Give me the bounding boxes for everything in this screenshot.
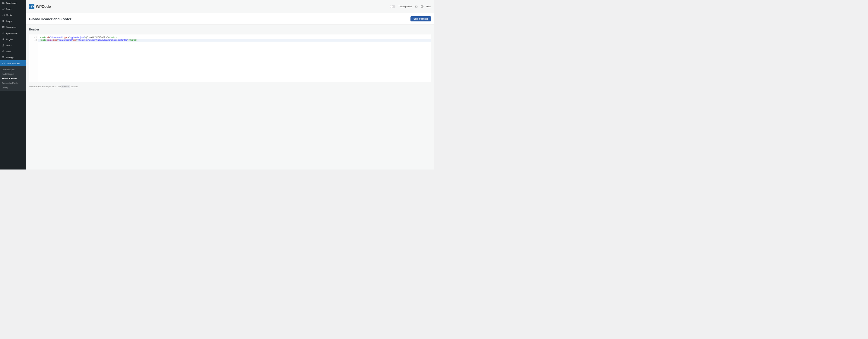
sliders-icon [2,56,5,59]
svg-point-3 [4,57,4,58]
svg-point-0 [2,15,3,16]
sidebar-item-posts[interactable]: Posts [0,6,26,12]
submenu-conversion-pixels[interactable]: Conversion Pixels [0,81,26,85]
sidebar-item-label: Media [6,14,12,16]
wpcode-logo: </> WPCode [29,4,51,9]
help-link[interactable]: Help [427,5,431,7]
sidebar-item-label: Appearance [6,32,18,34]
plugin-topbar: </> WPCode Testing Mode ? Help [26,0,434,13]
admin-sidebar: Dashboard Posts Media Pages Comments App… [0,0,26,170]
submenu-header-footer[interactable]: Header & Footer [0,76,26,81]
page-header: Global Header and Footer Save Changes [26,13,434,25]
code-icon [2,62,5,65]
sidebar-item-label: Comments [6,26,16,28]
sidebar-item-label: Tools [6,50,11,53]
testing-mode-toggle[interactable] [390,5,395,8]
header-code-editor[interactable]: ▾1 ▾2 <script id="citewayblock" type="ap… [29,34,431,82]
editor-gutter: ▾1 ▾2 [29,34,38,82]
editor-code[interactable]: <script id="citewayblock" type="applicat… [38,34,431,82]
sidebar-item-label: Users [6,44,11,47]
sidebar-item-label: Pages [6,20,12,22]
plug-icon [2,38,5,41]
pin-icon [2,7,5,10]
footnote-code: <head> [61,85,70,88]
footnote: These scripts will be printed in the <he… [29,85,431,88]
sidebar-item-media[interactable]: Media [0,12,26,18]
svg-point-1 [3,44,4,45]
page-title: Global Header and Footer [29,17,71,21]
wrench-icon [2,50,5,53]
sidebar-item-settings[interactable]: Settings [0,54,26,60]
save-changes-button[interactable]: Save Changes [410,16,431,22]
brush-icon [2,32,5,35]
help-question-icon: ? [421,5,424,8]
sidebar-item-label: Posts [6,8,11,10]
line-number: 2 [36,39,37,41]
sidebar-item-plugins[interactable]: Plugins [0,36,26,42]
sidebar-item-tools[interactable]: Tools [0,48,26,54]
code-line: <script async type="text/javascript" src… [38,39,431,42]
sidebar-item-dashboard[interactable]: Dashboard [0,0,26,6]
line-number: 1 [36,36,37,38]
topbar-right: Testing Mode ? Help [390,5,431,8]
sidebar-item-label: Code Snippets [6,62,20,65]
testing-mode-label: Testing Mode [398,5,412,7]
submenu-library[interactable]: Library [0,85,26,90]
svg-point-2 [3,56,3,57]
main-content: </> WPCode Testing Mode ? Help Global He… [26,0,434,170]
fold-icon[interactable]: ▾ [34,36,35,38]
fold-icon[interactable]: ▾ [34,39,35,41]
header-section-title: Header [29,28,431,31]
logo-mark-icon: </> [29,4,34,9]
sidebar-item-appearance[interactable]: Appearance [0,30,26,36]
sidebar-item-code-snippets[interactable]: Code Snippets [0,60,26,66]
inbox-icon[interactable] [415,5,418,8]
logo-text: WPCode [36,4,51,9]
sidebar-item-comments[interactable]: Comments [0,24,26,30]
svg-point-4 [3,58,4,59]
page-icon [2,20,5,23]
gauge-icon [2,1,5,4]
user-icon [2,44,5,47]
comments-icon [2,26,5,29]
code-line: <script id="citewayblock" type="applicat… [38,36,431,39]
media-icon [2,13,5,17]
content-area: Header ▾1 ▾2 <script id="citewayblock" t… [26,25,434,170]
sidebar-item-label: Settings [6,56,13,59]
sidebar-item-label: Plugins [6,38,13,40]
submenu-add-snippet[interactable]: + Add Snippet [0,72,26,76]
sidebar-item-pages[interactable]: Pages [0,18,26,24]
sidebar-item-label: Dashboard [6,2,16,4]
submenu-code-snippets[interactable]: Code Snippets [0,67,26,72]
sidebar-item-users[interactable]: Users [0,42,26,48]
sidebar-submenu: Code Snippets + Add Snippet Header & Foo… [0,66,26,91]
